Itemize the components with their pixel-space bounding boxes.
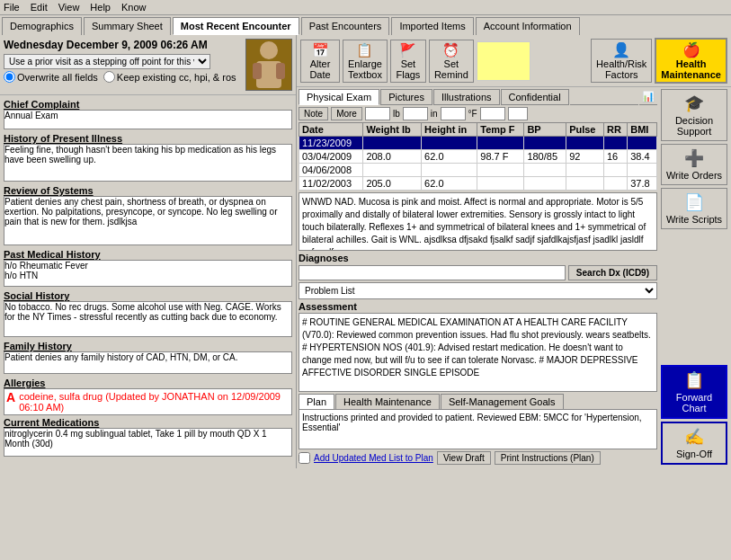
self-management-tab[interactable]: Self-Management Goals: [441, 394, 564, 409]
tab-summary-sheet[interactable]: Summary Sheet: [84, 17, 171, 35]
family-history-section: Family History: [4, 341, 292, 376]
problem-list-select[interactable]: Problem List: [299, 282, 657, 299]
col-date: Date: [299, 123, 363, 137]
menu-view[interactable]: View: [58, 2, 80, 13]
lb-label: lb: [393, 109, 400, 119]
view-draft-button[interactable]: View Draft: [437, 451, 491, 465]
date-display: Wednesday December 9, 2009 06:26 AM: [4, 39, 242, 51]
family-history-input[interactable]: [4, 351, 292, 374]
add-updated-med-label: Add Updated Med List to Plan: [314, 453, 433, 463]
yellow-box: [477, 41, 530, 81]
bp-input[interactable]: [480, 107, 505, 120]
enlarge-textbox-icon: 📋: [356, 42, 373, 58]
write-scripts-button[interactable]: 📄 Write Scripts: [661, 188, 727, 229]
toolbar: 📅 Alter Date 📋 Enlarge Textbox 🚩 Set Fla…: [297, 35, 731, 87]
print-instructions-button[interactable]: Print Instructions (Plan): [495, 451, 601, 465]
patient-photo: [245, 39, 292, 91]
ros-input[interactable]: [4, 196, 292, 245]
height-input[interactable]: [403, 107, 428, 120]
assessment-text: # ROUTINE GENERAL MEDICAL EXAMINATION AT…: [299, 313, 657, 392]
patient-avatar-icon: [247, 40, 290, 90]
set-flags-button[interactable]: 🚩 Set Flags: [390, 40, 426, 83]
decision-support-icon: 🎓: [684, 93, 704, 113]
note-button[interactable]: Note: [299, 107, 328, 120]
set-remind-button[interactable]: ⏰ Set Remind: [429, 40, 474, 83]
temp-input[interactable]: [441, 107, 466, 120]
col-rr: RR: [603, 123, 627, 137]
overwrite-radio-label[interactable]: Overwrite all fields: [4, 71, 98, 83]
pulse-input[interactable]: [508, 107, 528, 120]
right-panel: 📅 Alter Date 📋 Enlarge Textbox 🚩 Set Fla…: [297, 35, 731, 468]
table-row[interactable]: 04/06/2008: [299, 164, 657, 177]
more-button[interactable]: More: [331, 107, 362, 120]
chart-icon[interactable]: 📊: [639, 89, 657, 105]
assessment-label: Assessment: [299, 301, 657, 312]
current-medications-input[interactable]: [4, 428, 292, 457]
physical-exam-tabs: Physical Exam Pictures Illustrations Con…: [299, 89, 657, 105]
decision-support-button[interactable]: 🎓 Decision Support: [661, 89, 727, 141]
plan-tabs: Plan Health Maintenance Self-Management …: [299, 394, 657, 409]
forward-chart-icon: 📋: [684, 370, 704, 390]
weight-input[interactable]: [365, 107, 390, 120]
tab-past-encounters[interactable]: Past Encounters: [301, 17, 390, 35]
tab-confidential[interactable]: Confidential: [501, 89, 569, 105]
table-row[interactable]: 11/02/2003 205.0 62.0 37.8: [299, 177, 657, 191]
plan-content: Instructions printed and provided to pat…: [299, 409, 657, 449]
search-dx-button[interactable]: Search Dx (ICD9): [568, 265, 657, 280]
health-risk-button[interactable]: 👤 Health/Risk Factors: [591, 39, 652, 83]
menu-file[interactable]: File: [4, 2, 20, 13]
col-bmi: BMI: [628, 123, 657, 137]
alter-date-label: Alter: [310, 58, 331, 69]
pmh-label: Past Medical History: [4, 249, 292, 260]
tab-imported-items[interactable]: Imported Items: [391, 17, 473, 35]
visit-select[interactable]: Use a prior visit as a stepping off poin…: [4, 54, 210, 69]
table-row[interactable]: 03/04/2009 208.0 62.0 98.7 F 180/85 92 1…: [299, 150, 657, 164]
overwrite-radio[interactable]: [4, 71, 15, 83]
forward-chart-button[interactable]: 📋 Forward Chart: [661, 365, 727, 419]
hpi-input[interactable]: [4, 144, 292, 182]
health-maintenance-button[interactable]: 🍎 Health Maintenance: [655, 38, 727, 84]
keepexisting-radio-label[interactable]: Keep existing cc, hpi, & ros: [103, 71, 236, 83]
write-orders-button[interactable]: ➕ Write Orders: [661, 144, 727, 185]
chief-complaint-section: Chief Complaint <span data-bind="left.ch…: [4, 99, 292, 131]
col-pulse: Pulse: [566, 123, 604, 137]
svg-point-0: [260, 41, 278, 59]
health-maintenance-tab[interactable]: Health Maintenance: [335, 394, 440, 409]
sign-off-button[interactable]: ✍️ Sign-Off: [661, 422, 727, 465]
tab-demographics[interactable]: Demographics: [2, 17, 82, 35]
main-content: Wednesday December 9, 2009 06:26 AM Use …: [0, 35, 731, 468]
write-orders-icon: ➕: [684, 148, 704, 168]
menu-help[interactable]: Help: [90, 2, 111, 13]
enlarge-textbox-button[interactable]: 📋 Enlarge Textbox: [343, 40, 388, 83]
alter-date-button[interactable]: 📅 Alter Date: [300, 40, 340, 83]
write-scripts-icon: 📄: [684, 192, 704, 212]
alter-date-icon: 📅: [312, 42, 329, 58]
diagnoses-search-input[interactable]: [299, 265, 566, 280]
decision-support-label: Decision Support: [665, 115, 723, 137]
tab-illustrations[interactable]: Illustrations: [433, 89, 500, 105]
social-history-input[interactable]: [4, 301, 292, 337]
col-bp: BP: [524, 123, 566, 137]
sign-off-icon: ✍️: [684, 427, 704, 447]
add-updated-med-checkbox[interactable]: [299, 452, 310, 464]
vitals-header-row: Date Weight lb Height in Temp F BP Pulse…: [299, 123, 657, 137]
tab-pictures[interactable]: Pictures: [380, 89, 432, 105]
tab-most-recent-encounter[interactable]: Most Recent Encounter: [173, 17, 299, 35]
vitals-table: Date Weight lb Height in Temp F BP Pulse…: [299, 122, 657, 191]
chief-complaint-input[interactable]: <span data-bind="left.chief_complaint"><…: [4, 110, 292, 129]
tab-bar: Demographics Summary Sheet Most Recent E…: [0, 15, 731, 35]
side-buttons-column: 🎓 Decision Support ➕ Write Orders 📄 Writ…: [659, 87, 731, 468]
table-row[interactable]: 11/23/2009: [299, 137, 657, 150]
diagnoses-search-row: Search Dx (ICD9): [299, 265, 657, 280]
menu-know[interactable]: Know: [121, 2, 147, 13]
tab-account-information[interactable]: Account Information: [476, 17, 580, 35]
set-remind-icon: ⏰: [442, 42, 459, 58]
keepexisting-radio[interactable]: [103, 71, 115, 83]
write-scripts-label: Write Scripts: [666, 214, 722, 225]
assessment-section: Assessment # ROUTINE GENERAL MEDICAL EXA…: [299, 301, 657, 392]
hpi-section: History of Present Illness: [4, 133, 292, 183]
plan-tab[interactable]: Plan: [299, 394, 334, 409]
menu-edit[interactable]: Edit: [31, 2, 48, 13]
pmh-input[interactable]: [4, 260, 292, 287]
tab-physical-exam[interactable]: Physical Exam: [299, 89, 379, 105]
